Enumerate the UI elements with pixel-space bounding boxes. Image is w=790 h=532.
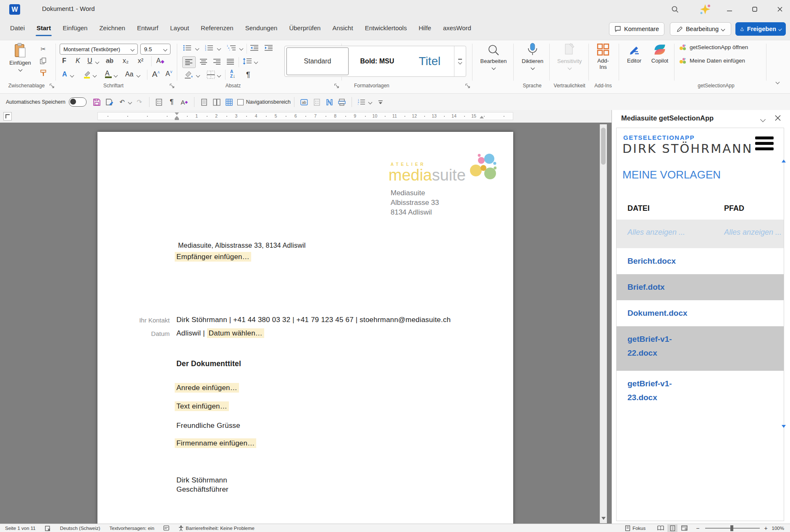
shading-options-icon[interactable] [196, 73, 200, 78]
styles-gallery-more-button[interactable] [454, 46, 466, 76]
editing-mode-button[interactable]: Bearbeitung [670, 22, 731, 36]
numbering-options-icon[interactable] [217, 47, 221, 51]
linked-notes-icon[interactable] [324, 97, 334, 107]
template-file-name[interactable]: Brief.dotx [627, 280, 690, 294]
tab-axesword[interactable]: axesWord [437, 19, 477, 37]
column-header-path[interactable]: PFAD [724, 204, 744, 213]
file-filter-input[interactable]: Alles anzeigen ... [627, 228, 685, 237]
path-filter-input[interactable]: Alles anzeigen ... [724, 228, 781, 237]
focus-mode-button[interactable]: Fokus [625, 525, 646, 531]
document-page[interactable]: ATELIER mediasuite Mediasuite Albisstras… [97, 132, 513, 525]
grow-font-icon[interactable]: A˄ [152, 70, 160, 79]
template-row[interactable]: getBrief-v1-23.docx [617, 371, 784, 415]
editor-button[interactable]: Editor [622, 43, 646, 64]
close-pane-icon[interactable] [775, 115, 781, 121]
format-painter-icon[interactable] [39, 68, 48, 77]
salutation-placeholder[interactable]: Anrede einfügen… [175, 384, 239, 392]
template-file-name[interactable]: Bericht.docx [627, 254, 690, 268]
borders-icon[interactable] [207, 71, 215, 79]
more-commands-icon[interactable] [375, 97, 386, 107]
tab-start[interactable]: Start [31, 19, 57, 37]
template-file-name[interactable]: getBrief-v1-23.docx [627, 377, 690, 404]
justify-icon[interactable] [227, 59, 234, 65]
highlight-options-icon[interactable] [93, 73, 97, 78]
template-row[interactable]: getBrief-v1-22.docx [617, 326, 784, 371]
font-dialog-launcher[interactable] [170, 84, 175, 89]
styles-dialog-launcher[interactable] [465, 84, 471, 89]
style-standard[interactable]: Standard [286, 47, 349, 75]
tab-layout[interactable]: Layout [164, 19, 195, 37]
text-effects-icon[interactable]: A [62, 71, 67, 78]
web-layout-view-icon[interactable] [679, 524, 689, 532]
font-color-icon[interactable]: A [105, 70, 112, 78]
tab-einfuegen[interactable]: Einfügen [57, 19, 93, 37]
collapse-ribbon-icon[interactable] [776, 80, 780, 84]
single-page-view-icon[interactable] [199, 97, 209, 107]
close-window-button[interactable] [774, 3, 786, 15]
align-center-icon[interactable] [200, 59, 207, 65]
font-size-select[interactable]: 9.5 [140, 44, 171, 55]
dictate-button[interactable]: Diktieren [517, 43, 548, 71]
text-effects-options-icon[interactable] [70, 73, 74, 78]
copilot-button[interactable]: Copilot [647, 43, 673, 64]
zoom-out-button[interactable]: − [696, 525, 699, 532]
vertical-scrollbar[interactable] [600, 124, 607, 523]
editing-find-button[interactable]: Bearbeiten [476, 43, 511, 71]
undo-icon[interactable] [117, 97, 127, 107]
shrink-font-icon[interactable]: A˅ [165, 70, 173, 78]
bullet-options-icon[interactable] [195, 47, 199, 51]
tab-referenzen[interactable]: Referenzen [195, 19, 239, 37]
template-file-name[interactable]: getBrief-v1-22.docx [627, 332, 690, 360]
formatting-marks-icon[interactable] [167, 97, 177, 107]
company-placeholder[interactable]: Firmenname einfügen… [175, 439, 256, 448]
save-icon[interactable] [92, 97, 102, 107]
print-layout-view-icon[interactable] [667, 524, 677, 532]
zoom-slider[interactable] [705, 528, 760, 529]
share-button[interactable]: Freigeben [735, 22, 786, 36]
strikethrough-icon[interactable] [106, 57, 113, 65]
borders-options-icon[interactable] [217, 73, 221, 78]
comments-button[interactable]: Kommentare [609, 22, 664, 36]
pane-scroll-up-icon[interactable] [782, 160, 786, 162]
zoom-slider-thumb[interactable] [730, 525, 733, 531]
italic-icon[interactable] [76, 57, 80, 65]
line-spacing-options-icon[interactable] [254, 60, 258, 64]
print-preview-icon[interactable] [337, 97, 347, 107]
copy-icon[interactable] [39, 56, 48, 66]
change-case-options-icon[interactable] [136, 73, 141, 78]
superscript-icon[interactable] [138, 57, 143, 65]
style-bold-msu[interactable]: Bold: MSU [352, 46, 402, 76]
scroll-down-arrow[interactable] [601, 517, 606, 520]
right-indent-marker[interactable] [480, 116, 484, 118]
menu-icon[interactable] [755, 136, 774, 150]
bullet-list-icon[interactable] [183, 45, 192, 51]
sparkle-avatar-icon[interactable] [698, 3, 712, 17]
recipient-placeholder[interactable]: Empfänger einfügen… [175, 253, 251, 261]
align-left-button[interactable] [182, 56, 196, 68]
show-paragraph-marks-icon[interactable] [246, 71, 250, 79]
scrollbar-thumb[interactable] [601, 128, 606, 165]
tab-stop-selector[interactable] [3, 112, 12, 121]
insert-my-data-button[interactable]: Meine Daten einfügen [679, 57, 745, 64]
language-indicator[interactable]: Deutsch (Schweiz) [60, 526, 100, 531]
navigation-pane-checkbox[interactable] [237, 99, 244, 105]
maximize-button[interactable] [748, 3, 761, 15]
shading-icon[interactable] [184, 71, 193, 79]
tab-datei[interactable]: Datei [4, 19, 31, 37]
read-mode-view-icon[interactable] [656, 524, 666, 532]
tab-hilfe[interactable]: Hilfe [413, 19, 437, 37]
pane-options-icon[interactable] [760, 117, 766, 122]
align-right-icon[interactable] [213, 59, 221, 65]
accessibility-status[interactable]: Barrierefreiheit: Keine Probleme [178, 525, 255, 531]
template-file-name[interactable]: Dokument.docx [627, 306, 690, 320]
tab-zeichnen[interactable]: Zeichnen [93, 19, 131, 37]
highlight-color-icon[interactable] [82, 70, 92, 79]
font-color-options-icon[interactable] [114, 73, 118, 78]
search-icon[interactable] [669, 3, 681, 15]
template-row[interactable]: Dokument.docx [617, 300, 784, 326]
underline-icon[interactable] [87, 57, 92, 65]
column-header-file[interactable]: DATEI [627, 204, 650, 213]
tab-ansicht[interactable]: Ansicht [326, 19, 359, 37]
cut-icon[interactable] [39, 45, 48, 54]
style-titel[interactable]: Titel [407, 46, 453, 76]
